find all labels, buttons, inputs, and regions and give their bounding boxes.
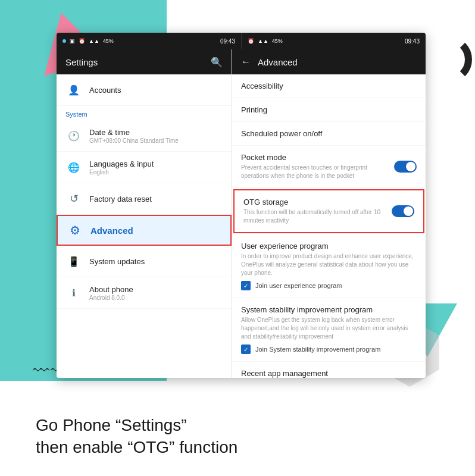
accounts-icon: 👤 xyxy=(65,82,82,98)
user-exp-checkbox-row[interactable]: ✓ Join user experience program xyxy=(241,281,417,290)
settings-item-language[interactable]: 🌐 Languages & input English xyxy=(57,152,232,183)
signal-icon: ▲▲ xyxy=(89,38,99,44)
bottom-instruction: Go Phone “Settings” then enable “OTG” fu… xyxy=(36,415,238,458)
status-bar-right: ⏰ ▲▲ 45% 09:43 xyxy=(241,33,426,49)
search-icon[interactable]: 🔍 xyxy=(211,57,223,68)
reset-icon: ↺ xyxy=(65,190,82,207)
about-icon: ℹ xyxy=(65,284,82,301)
datetime-icon: 🕐 xyxy=(65,127,82,144)
pocket-mode-title: Pocket mode xyxy=(241,153,394,162)
reset-label: Factory data reset xyxy=(89,195,223,203)
accounts-text: Accounts xyxy=(89,86,223,95)
language-sublabel: English xyxy=(89,169,223,176)
reset-text: Factory data reset xyxy=(89,195,223,203)
settings-item-reset[interactable]: ↺ Factory data reset xyxy=(57,183,232,215)
stability-title: System stability improvement program xyxy=(241,305,417,314)
settings-item-accounts[interactable]: 👤 Accounts xyxy=(57,74,232,106)
signal-icon-right: ▲▲ xyxy=(258,38,268,44)
settings-list: 👤 Accounts System 🕐 Date & time GMT+08:0… xyxy=(57,74,232,309)
user-exp-desc: In order to improve product design and e… xyxy=(241,252,417,277)
settings-title: Settings xyxy=(65,57,98,67)
adv-item-accessibility[interactable]: Accessibility xyxy=(232,74,426,98)
stability-checkbox[interactable]: ✓ xyxy=(241,345,251,354)
settings-toolbar: Settings 🔍 xyxy=(57,49,232,74)
status-dot xyxy=(62,39,66,43)
stability-checkbox-label: Join System stability improvement progra… xyxy=(255,346,380,353)
adv-item-stability[interactable]: System stability improvement program All… xyxy=(232,298,426,362)
pocket-mode-toggle[interactable] xyxy=(394,161,417,173)
recent-app-title: Recent app management xyxy=(241,369,417,378)
back-icon[interactable]: ← xyxy=(241,57,251,67)
accounts-label: Accounts xyxy=(89,86,223,95)
adv-item-user-experience[interactable]: User experience program In order to impr… xyxy=(232,234,426,298)
alarm-icon: ⏰ xyxy=(79,38,85,44)
toggle-knob xyxy=(406,162,415,171)
adv-item-otg[interactable]: OTG storage This function will be automa… xyxy=(233,189,424,233)
scheduled-power-title: Scheduled power on/off xyxy=(241,129,417,138)
stability-checkbox-row[interactable]: ✓ Join System stability improvement prog… xyxy=(241,345,417,354)
user-exp-title: User experience program xyxy=(241,242,417,250)
accessibility-title: Accessibility xyxy=(241,82,417,90)
system-section-label: System xyxy=(57,106,232,120)
pocket-mode-row: Pocket mode Prevent accidental screen to… xyxy=(241,153,417,180)
advanced-icon: ⚙ xyxy=(67,222,83,239)
notification-icon: ▣ xyxy=(70,38,75,44)
adv-item-scheduled-power[interactable]: Scheduled power on/off xyxy=(232,122,426,146)
adv-item-pocket-mode[interactable]: Pocket mode Prevent accidental screen to… xyxy=(232,146,426,188)
language-icon: 🌐 xyxy=(65,159,82,176)
pocket-mode-desc: Prevent accidental screen touches or fin… xyxy=(241,164,394,180)
advanced-text: Advanced xyxy=(90,226,221,236)
advanced-list: Accessibility Printing Scheduled power o… xyxy=(232,74,426,378)
user-exp-checkbox[interactable]: ✓ xyxy=(241,281,251,290)
about-text: About phone Android 8.0.0 xyxy=(89,285,223,301)
stability-desc: Allow OnePlus get the system log back wh… xyxy=(241,316,417,341)
updates-label: System updates xyxy=(89,257,223,266)
otg-title: OTG storage xyxy=(243,198,392,206)
battery-left: 45% xyxy=(103,38,114,44)
updates-icon: 📱 xyxy=(65,253,82,270)
otg-toggle-knob xyxy=(404,206,413,216)
language-label: Languages & input xyxy=(89,159,223,168)
user-exp-checkbox-label: Join user experience program xyxy=(255,282,342,289)
settings-item-about[interactable]: ℹ About phone Android 8.0.0 xyxy=(57,277,232,309)
status-bar-left: ▣ ⏰ ▲▲ 45% 09:43 xyxy=(57,33,241,49)
screen-content: Settings 🔍 👤 Accounts System 🕐 D xyxy=(57,49,426,378)
time-right: 09:43 xyxy=(405,38,420,45)
otg-row: OTG storage This function will be automa… xyxy=(243,198,414,225)
bottom-line2: then enable “OTG” function xyxy=(36,437,238,458)
about-sublabel: Android 8.0.0 xyxy=(89,295,223,301)
datetime-sublabel: GMT+08:00 China Standard Time xyxy=(89,137,223,144)
status-bar: ▣ ⏰ ▲▲ 45% 09:43 ⏰ ▲▲ 45% 09:43 xyxy=(57,33,426,49)
settings-item-datetime[interactable]: 🕐 Date & time GMT+08:00 China Standard T… xyxy=(57,120,232,152)
advanced-title: Advanced xyxy=(258,57,298,67)
otg-desc: This function will be automatically turn… xyxy=(243,208,392,225)
settings-item-updates[interactable]: 📱 System updates xyxy=(57,246,232,277)
otg-toggle[interactable] xyxy=(392,205,414,217)
advanced-panel: ← Advanced Accessibility Printing Schedu… xyxy=(232,49,426,378)
language-text: Languages & input English xyxy=(89,159,223,176)
alarm-icon-right: ⏰ xyxy=(248,38,254,44)
settings-panel: Settings 🔍 👤 Accounts System 🕐 D xyxy=(57,49,232,378)
advanced-toolbar: ← Advanced xyxy=(232,49,426,74)
settings-item-advanced[interactable]: ⚙ Advanced xyxy=(57,215,232,246)
adv-item-recent-app[interactable]: Recent app management xyxy=(232,362,426,378)
advanced-label: Advanced xyxy=(90,226,221,236)
datetime-text: Date & time GMT+08:00 China Standard Tim… xyxy=(89,128,223,144)
updates-text: System updates xyxy=(89,257,223,266)
bottom-line1: Go Phone “Settings” xyxy=(36,415,238,436)
battery-right: 45% xyxy=(272,38,283,44)
otg-text: OTG storage This function will be automa… xyxy=(243,198,392,225)
about-label: About phone xyxy=(89,285,223,294)
phone-screenshot: ▣ ⏰ ▲▲ 45% 09:43 ⏰ ▲▲ 45% 09:43 Settings… xyxy=(57,33,426,378)
datetime-label: Date & time xyxy=(89,128,223,137)
time-left: 09:43 xyxy=(220,38,235,45)
pocket-mode-text: Pocket mode Prevent accidental screen to… xyxy=(241,153,394,180)
printing-title: Printing xyxy=(241,105,417,114)
adv-item-printing[interactable]: Printing xyxy=(232,98,426,122)
